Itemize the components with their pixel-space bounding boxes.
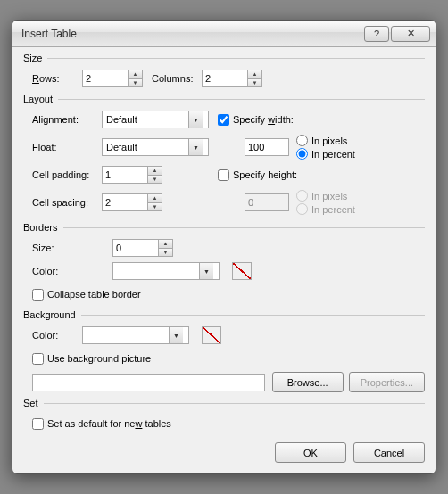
specify-width-box[interactable] <box>218 114 229 126</box>
collapse-border-label: Collapse table border <box>47 289 141 300</box>
alignment-combo[interactable]: Default ▼ <box>102 111 209 128</box>
group-size: Size Rows: ▲▼ Columns: ▲▼ <box>23 53 425 88</box>
close-button[interactable]: ✕ <box>391 26 430 42</box>
set-default-label: Set as default for new tables <box>47 418 171 429</box>
group-background: Background Color: ▼ Use background pictu… <box>23 309 425 392</box>
specify-width-label: Specify width: <box>233 114 294 125</box>
browse-button[interactable]: Browse... <box>272 372 344 392</box>
width-percent-radio[interactable]: In percent <box>296 148 355 160</box>
float-combo[interactable]: Default ▼ <box>102 138 209 156</box>
set-default-checkbox[interactable]: Set as default for new tables <box>32 418 171 430</box>
bg-color-combo[interactable]: ▼ <box>82 326 189 344</box>
columns-label: Columns: <box>152 73 202 84</box>
properties-button: Properties... <box>349 372 425 392</box>
dialog-title: Insert Table <box>21 28 362 40</box>
chevron-down-icon: ▼ <box>199 263 213 279</box>
specify-height-box[interactable] <box>218 169 229 181</box>
chevron-down-icon: ▼ <box>169 327 183 343</box>
use-bg-picture-label: Use background picture <box>47 353 151 364</box>
columns-input[interactable] <box>202 70 248 87</box>
border-color-combo[interactable]: ▼ <box>112 262 220 280</box>
border-size-input[interactable] <box>112 239 159 257</box>
group-borders: Borders Size: ▲▼ Color: ▼ Collapse table… <box>23 222 425 304</box>
help-button[interactable]: ? <box>364 26 389 42</box>
use-bg-picture-checkbox[interactable]: Use background picture <box>32 353 151 365</box>
rows-input[interactable] <box>82 70 129 87</box>
bg-color-swatch[interactable] <box>202 326 221 344</box>
height-percent-radio: In percent <box>296 203 355 215</box>
specify-height-checkbox[interactable]: Specify height: <box>218 169 297 181</box>
columns-spinner[interactable]: ▲▼ <box>248 70 262 87</box>
float-label: Float: <box>32 142 102 152</box>
height-value-input <box>245 193 289 211</box>
dialog-buttons: OK Cancel <box>23 442 425 463</box>
collapse-border-checkbox[interactable]: Collapse table border <box>32 289 141 301</box>
insert-table-dialog: Insert Table ? ✕ Size Rows: ▲▼ Columns: … <box>12 20 436 474</box>
help-icon: ? <box>374 29 379 39</box>
bg-color-label: Color: <box>32 330 82 341</box>
height-unit-radios: In pixels In percent <box>296 188 355 217</box>
height-pixels-radio: In pixels <box>296 190 355 202</box>
cell-padding-spinner[interactable]: ▲▼ <box>148 166 162 184</box>
width-value-input[interactable] <box>245 138 289 156</box>
cancel-button[interactable]: Cancel <box>353 442 425 463</box>
border-color-swatch[interactable] <box>232 262 252 280</box>
dialog-content: Size Rows: ▲▼ Columns: ▲▼ Layout Alignme… <box>12 47 436 473</box>
group-layout-label: Layout <box>23 94 58 104</box>
cell-spacing-label: Cell spacing: <box>32 197 102 208</box>
rows-label: Rows: <box>32 73 82 84</box>
group-set-label: Set <box>23 398 44 408</box>
group-set: Set Set as default for new tables <box>23 398 425 433</box>
alignment-value: Default <box>103 114 188 125</box>
specify-width-checkbox[interactable]: Specify width: <box>218 114 294 126</box>
cell-padding-input[interactable] <box>102 166 148 184</box>
border-color-label: Color: <box>32 266 112 276</box>
group-borders-label: Borders <box>23 222 63 233</box>
width-unit-radios: In pixels In percent <box>296 133 355 161</box>
specify-height-label: Specify height: <box>233 169 297 180</box>
titlebar[interactable]: Insert Table ? ✕ <box>12 21 436 47</box>
cell-spacing-spinner[interactable]: ▲▼ <box>148 193 162 211</box>
set-default-box[interactable] <box>32 418 44 430</box>
group-background-label: Background <box>23 309 81 320</box>
cell-padding-label: Cell padding: <box>32 169 102 180</box>
use-bg-picture-box[interactable] <box>32 353 44 365</box>
chevron-down-icon: ▼ <box>188 111 203 128</box>
alignment-label: Alignment: <box>32 114 102 125</box>
bg-picture-path-input[interactable] <box>32 374 265 391</box>
group-layout: Layout Alignment: Default ▼ Specify widt… <box>23 94 425 217</box>
float-value: Default <box>103 142 188 152</box>
border-size-label: Size: <box>32 243 112 253</box>
width-pixels-radio[interactable]: In pixels <box>296 135 355 146</box>
chevron-down-icon: ▼ <box>188 139 203 155</box>
ok-button[interactable]: OK <box>275 442 346 463</box>
close-icon: ✕ <box>407 28 415 39</box>
cell-spacing-input[interactable] <box>102 193 148 211</box>
rows-spinner[interactable]: ▲▼ <box>129 70 143 87</box>
group-size-label: Size <box>23 53 47 63</box>
border-size-spinner[interactable]: ▲▼ <box>159 239 173 257</box>
collapse-border-box[interactable] <box>32 289 44 301</box>
